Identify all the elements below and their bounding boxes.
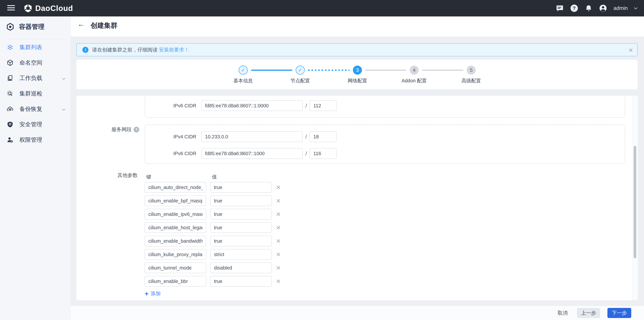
module-header: 容器管理 [6, 22, 44, 31]
remove-row-icon[interactable]: × [276, 184, 280, 191]
sidebar-item-label: 安全管理 [20, 121, 42, 128]
step-5-circle[interactable]: 5 [467, 66, 476, 75]
sidebar-item-backup-restore[interactable]: 备份恢复 [0, 104, 70, 114]
user-menu-chevron-down-icon[interactable] [634, 6, 638, 9]
sidebar-item-security[interactable]: 安全管理 [0, 119, 70, 129]
param-key-input[interactable] [145, 222, 206, 233]
username-label[interactable]: admin [614, 5, 628, 11]
param-value-input[interactable] [210, 249, 272, 260]
page-title: 创建集群 [90, 21, 118, 30]
step-4-circle[interactable]: 4 [410, 66, 419, 75]
add-param-button[interactable]: + 添加 [145, 290, 160, 297]
service-ipv4-cidr-input[interactable] [201, 131, 303, 142]
service-network-label: 服务网段 ? [76, 126, 139, 133]
cancel-button[interactable]: 取消 [558, 310, 568, 317]
field-label: IPv6 CIDR [146, 103, 196, 108]
remove-row-icon[interactable]: × [276, 278, 280, 285]
banner-close-icon[interactable]: × [628, 46, 633, 54]
param-value-input[interactable] [210, 195, 272, 206]
service-ipv6-cidr-input[interactable] [201, 148, 303, 159]
sidebar-item-namespace[interactable]: 命名空间 [0, 58, 70, 68]
sidebar-item-cluster-list[interactable]: 集群列表 [0, 42, 70, 52]
stepper-connector-pending [365, 70, 406, 71]
security-shield-icon [7, 121, 14, 128]
service-ipv6-cidr-row: IPv6 CIDR / [146, 148, 336, 159]
next-step-button[interactable]: 下一步 [608, 308, 631, 318]
avatar[interactable] [599, 4, 607, 12]
param-value-input[interactable] [210, 182, 272, 193]
sidebar-item-label: 备份恢复 [20, 105, 42, 113]
cluster-dots-icon [7, 44, 14, 51]
pod-ipv6-cidr-input[interactable] [201, 100, 303, 111]
sidebar-item-label: 集群列表 [20, 43, 42, 51]
help-question-icon[interactable]: ? [134, 127, 139, 132]
chat-icon[interactable] [556, 4, 564, 12]
plus-icon: + [145, 290, 148, 297]
param-key-input[interactable] [145, 209, 206, 220]
remove-row-icon[interactable]: × [276, 197, 280, 204]
previous-step-button[interactable]: 上一步 [577, 308, 600, 318]
page-title-bar [71, 16, 644, 36]
key-column-header: 键 [146, 174, 151, 180]
param-row: × [145, 195, 280, 206]
banner-text: 请在创建集群之前，仔细阅读 安装前要求！ [92, 46, 189, 53]
param-row: × [145, 182, 280, 193]
remove-row-icon[interactable]: × [276, 251, 280, 258]
value-column-header: 值 [212, 174, 217, 180]
brand-name: DaoCloud [35, 4, 73, 13]
param-key-input[interactable] [145, 263, 206, 273]
param-value-input[interactable] [210, 276, 272, 287]
sidebar-item-permission[interactable]: 权限管理 [0, 135, 70, 145]
module-title: 容器管理 [19, 22, 44, 31]
help-icon[interactable]: ? [570, 4, 578, 12]
cidr-separator: / [306, 150, 307, 157]
workload-layers-icon [7, 75, 14, 81]
param-row: × [145, 236, 280, 246]
info-icon: i [82, 47, 88, 53]
param-row: × [145, 276, 280, 287]
pod-ipv6-prefix-input[interactable] [310, 100, 336, 111]
chevron-down-icon[interactable] [62, 77, 65, 80]
param-value-input[interactable] [210, 263, 272, 273]
remove-row-icon[interactable]: × [276, 224, 280, 231]
content-scrollbar-thumb[interactable] [634, 146, 636, 258]
step-3-circle[interactable]: 3 [353, 66, 362, 75]
network-config-form: IPv6 CIDR / 服务网段 ? IPv4 CIDR / IPv6 CIDR… [76, 96, 638, 300]
info-banner: i 请在创建集群之前，仔细阅读 安装前要求！ × [76, 43, 638, 56]
step-5-label: 高级配置 [446, 77, 496, 84]
service-ipv6-prefix-input[interactable] [310, 148, 336, 159]
cidr-separator: / [306, 102, 307, 109]
remove-row-icon[interactable]: × [276, 211, 280, 218]
chevron-down-icon[interactable] [62, 107, 65, 110]
content-scrollbar-track[interactable] [632, 96, 637, 300]
back-arrow-icon[interactable]: ← [78, 20, 85, 28]
param-key-input[interactable] [145, 276, 206, 287]
top-app-bar: DaoCloud ? admin [0, 0, 644, 16]
field-label: IPv4 CIDR [146, 134, 196, 140]
param-value-input[interactable] [210, 236, 272, 246]
param-key-input[interactable] [145, 195, 206, 206]
install-requirements-link[interactable]: 安装前要求！ [159, 47, 189, 52]
param-key-input[interactable] [145, 236, 206, 246]
bell-icon[interactable] [585, 4, 592, 12]
permission-user-gear-icon [7, 137, 14, 143]
param-row: × [145, 222, 280, 233]
remove-row-icon[interactable]: × [276, 264, 280, 272]
backup-cloud-icon [7, 106, 14, 112]
step-1-circle[interactable]: ✓ [238, 66, 248, 75]
remove-row-icon[interactable]: × [276, 237, 280, 245]
wizard-stepper: ✓ ✓ 3 4 5 基本信息 节点配置 网络配置 Addon 配置 高级配置 [76, 60, 638, 89]
field-label: IPv6 CIDR [146, 151, 196, 156]
sidebar-item-label: 工作负载 [20, 74, 42, 82]
other-params-label: 其他参数 [76, 172, 138, 179]
param-key-input[interactable] [145, 182, 206, 193]
step-3-label: 网络配置 [332, 77, 382, 84]
step-2-circle[interactable]: ✓ [296, 66, 305, 75]
sidebar-item-cluster-inspection[interactable]: 集群巡检 [0, 88, 70, 99]
service-ipv4-prefix-input[interactable] [310, 131, 336, 142]
param-key-input[interactable] [145, 249, 206, 260]
param-value-input[interactable] [210, 222, 272, 233]
hamburger-menu-icon[interactable] [7, 5, 15, 11]
param-value-input[interactable] [210, 209, 272, 220]
sidebar-item-workload[interactable]: 工作负载 [0, 73, 70, 83]
